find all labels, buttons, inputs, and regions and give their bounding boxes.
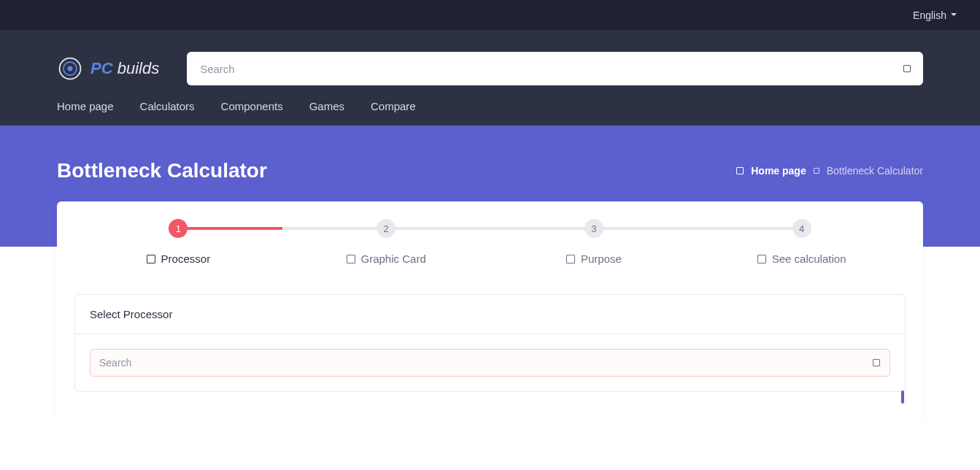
search-container	[187, 52, 923, 85]
language-selector[interactable]: English	[913, 9, 957, 21]
step-label: Purpose	[490, 253, 698, 265]
svg-point-2	[67, 66, 72, 71]
select-processor-panel: Select Processor	[74, 294, 906, 392]
nav-home-page[interactable]: Home page	[57, 100, 114, 112]
step-processor[interactable]: 1 Processor	[74, 219, 282, 265]
logo-icon	[57, 55, 83, 82]
step-number: 3	[584, 219, 603, 238]
step-label: Graphic Card	[282, 253, 490, 265]
processor-search-input[interactable]	[90, 349, 890, 377]
nav-calculators[interactable]: Calculators	[140, 100, 195, 112]
header: PC builds Home page Calculators Componen…	[0, 30, 980, 126]
graphic-card-icon	[347, 255, 355, 263]
header-row: PC builds	[57, 52, 923, 100]
purpose-icon	[566, 255, 575, 263]
chevron-down-icon	[951, 13, 957, 17]
step-number: 4	[792, 219, 811, 238]
main-card: 1 Processor 2 Graphic Card 3 Purpose	[57, 201, 923, 421]
nav-games[interactable]: Games	[309, 100, 344, 112]
step-number: 2	[377, 219, 396, 238]
step-see-calculation[interactable]: 4 See calculation	[698, 219, 906, 265]
page-title: Bottleneck Calculator	[57, 159, 267, 182]
calculation-icon	[757, 255, 766, 263]
step-number: 1	[169, 219, 188, 238]
logo-text: PC builds	[90, 59, 159, 78]
processor-icon	[147, 255, 155, 263]
search-input[interactable]	[187, 52, 923, 85]
top-bar: English	[0, 0, 980, 30]
panel-body	[75, 334, 905, 391]
scroll-indicator	[901, 390, 904, 404]
step-purpose[interactable]: 3 Purpose	[490, 219, 698, 265]
search-icon[interactable]	[871, 358, 881, 368]
logo-pc: PC	[90, 59, 113, 77]
language-label: English	[913, 9, 946, 21]
logo[interactable]: PC builds	[57, 55, 159, 82]
nav-components[interactable]: Components	[221, 100, 283, 112]
processor-search-container	[90, 349, 890, 377]
home-icon	[736, 167, 744, 174]
breadcrumb: Home page Bottleneck Calculator	[736, 165, 923, 177]
step-label: Processor	[74, 253, 282, 265]
hero-inner: Bottleneck Calculator Home page Bottlene…	[57, 159, 923, 182]
breadcrumb-current: Bottleneck Calculator	[827, 165, 923, 177]
panel-title: Select Processor	[75, 295, 905, 334]
step-graphic-card[interactable]: 2 Graphic Card	[282, 219, 490, 265]
nav: Home page Calculators Components Games C…	[57, 100, 923, 126]
stepper: 1 Processor 2 Graphic Card 3 Purpose	[74, 219, 906, 265]
search-icon[interactable]	[900, 61, 914, 76]
breadcrumb-home[interactable]: Home page	[751, 165, 806, 177]
nav-compare[interactable]: Compare	[371, 100, 416, 112]
logo-builds: builds	[113, 59, 160, 77]
step-label: See calculation	[698, 253, 906, 265]
breadcrumb-separator-icon	[814, 168, 819, 174]
